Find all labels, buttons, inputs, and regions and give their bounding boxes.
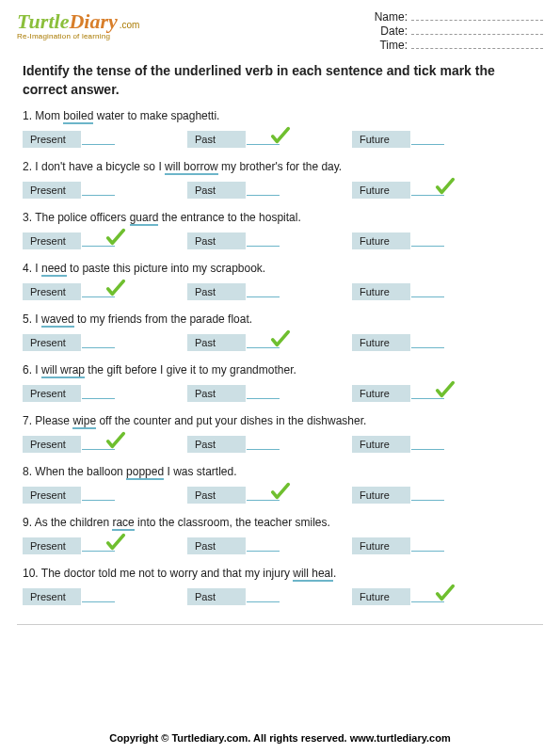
info-block: Name: Date: Time: xyxy=(375,9,543,53)
answers-row: PresentPastFuture xyxy=(17,227,543,251)
question-number: 10. xyxy=(23,567,41,580)
tick-icon xyxy=(266,430,295,451)
question-text: 8. When the balloon popped I was startle… xyxy=(17,462,543,481)
tick-icon xyxy=(431,481,459,502)
question-text: 1. Mom boiled water to make spaghetti. xyxy=(17,106,543,125)
answer-label: Future xyxy=(352,436,410,453)
question-post: the entrance to the hospital. xyxy=(158,211,300,224)
date-line[interactable] xyxy=(411,25,543,35)
answer-present[interactable]: Present xyxy=(23,332,187,353)
answer-future[interactable]: Future xyxy=(352,485,537,505)
tick-icon xyxy=(431,125,459,146)
answer-past[interactable]: Past xyxy=(187,231,352,251)
answer-past[interactable]: Past xyxy=(187,485,352,505)
answer-label: Future xyxy=(352,182,410,199)
answer-present[interactable]: Present xyxy=(23,536,187,556)
answer-past[interactable]: Past xyxy=(187,434,352,455)
answers-row: PresentPastFuture xyxy=(17,481,543,505)
tick-icon xyxy=(431,176,459,197)
answer-label: Past xyxy=(187,385,246,402)
tick-icon xyxy=(266,125,295,146)
question: 2. I don't have a bicycle so I will borr… xyxy=(17,157,543,200)
tick-icon xyxy=(266,278,295,298)
answer-present[interactable]: Present xyxy=(23,231,187,251)
time-line[interactable] xyxy=(411,40,543,49)
answer-past[interactable]: Past xyxy=(187,180,352,200)
question: 7. Please wipe off the counter and put y… xyxy=(17,411,543,455)
header: Turtle Diary .com Re-Imagination of lear… xyxy=(17,9,543,53)
question-post: into the classroom, the teacher smiles. xyxy=(135,516,330,529)
question-number: 9. xyxy=(23,516,35,529)
question-number: 5. xyxy=(23,312,35,326)
tick-icon xyxy=(266,227,295,248)
question: 4. I need to paste this picture into my … xyxy=(17,259,543,302)
answer-present[interactable]: Present xyxy=(23,180,187,200)
answer-label: Present xyxy=(23,436,81,453)
answer-label: Past xyxy=(187,334,246,351)
answer-past[interactable]: Past xyxy=(187,129,352,150)
answer-future[interactable]: Future xyxy=(352,586,537,607)
answer-label: Future xyxy=(352,232,410,249)
question-post: to my friends from the parade float. xyxy=(74,312,252,326)
footer: Copyright © Turtlediary.com. All rights … xyxy=(0,732,560,744)
answer-future[interactable]: Future xyxy=(352,231,537,251)
answer-present[interactable]: Present xyxy=(23,586,187,607)
question-pre: I xyxy=(35,363,41,376)
answer-past[interactable]: Past xyxy=(187,536,352,556)
answer-label: Past xyxy=(187,537,246,554)
question-number: 6. xyxy=(23,363,35,376)
answer-past[interactable]: Past xyxy=(187,281,352,302)
answer-present[interactable]: Present xyxy=(23,383,187,404)
logo-word-2: Diary xyxy=(69,9,117,34)
answer-label: Present xyxy=(23,182,81,199)
answer-label: Past xyxy=(187,436,246,453)
answer-future[interactable]: Future xyxy=(352,383,537,404)
question-post: . xyxy=(333,567,336,580)
question-post: off the counter and put your dishes in t… xyxy=(96,414,366,427)
question-pre: I xyxy=(35,262,41,275)
answer-present[interactable]: Present xyxy=(23,281,187,302)
underlined-verb: popped xyxy=(126,465,164,480)
answer-label: Future xyxy=(352,334,410,351)
tick-icon xyxy=(102,379,130,400)
tick-icon xyxy=(102,278,130,298)
question-post: to paste this picture into my scrapbook. xyxy=(67,262,265,275)
answer-present[interactable]: Present xyxy=(23,485,187,505)
question-number: 8. xyxy=(23,465,35,478)
question-number: 7. xyxy=(23,414,35,427)
answer-future[interactable]: Future xyxy=(352,180,537,200)
answer-label: Future xyxy=(352,487,410,504)
answer-label: Present xyxy=(23,283,81,300)
question-pre: I don't have a bicycle so I xyxy=(35,160,165,173)
logo-tagline: Re-Imagination of learning xyxy=(17,32,110,40)
answer-present[interactable]: Present xyxy=(23,434,187,455)
answers-row: PresentPastFuture xyxy=(17,278,543,302)
underlined-verb: will wrap xyxy=(41,363,85,378)
tick-icon xyxy=(102,227,130,248)
answer-future[interactable]: Future xyxy=(352,281,537,302)
answer-future[interactable]: Future xyxy=(352,434,537,455)
answer-past[interactable]: Past xyxy=(187,332,352,353)
answer-past[interactable]: Past xyxy=(187,383,352,404)
answer-future[interactable]: Future xyxy=(352,129,537,150)
tick-icon xyxy=(431,328,459,349)
answer-future[interactable]: Future xyxy=(352,332,537,353)
tick-icon xyxy=(102,176,130,197)
question-pre: The police officers xyxy=(35,211,130,224)
name-line[interactable] xyxy=(411,11,543,21)
question-text: 9. As the children race into the classro… xyxy=(17,513,543,532)
tick-icon xyxy=(431,278,459,298)
answer-past[interactable]: Past xyxy=(187,586,352,607)
logo-domain: .com xyxy=(120,20,140,30)
answer-label: Past xyxy=(187,283,246,300)
question-post: the gift before I give it to my grandmot… xyxy=(85,363,296,376)
answer-future[interactable]: Future xyxy=(352,536,537,556)
question-text: 4. I need to paste this picture into my … xyxy=(17,259,543,278)
answer-present[interactable]: Present xyxy=(23,129,187,150)
underlined-verb: need xyxy=(41,262,67,277)
tick-icon xyxy=(431,379,459,400)
question: 3. The police officers guard the entranc… xyxy=(17,208,543,251)
question-number: 2. xyxy=(23,160,35,173)
answer-label: Present xyxy=(23,334,81,351)
question: 8. When the balloon popped I was startle… xyxy=(17,462,543,505)
